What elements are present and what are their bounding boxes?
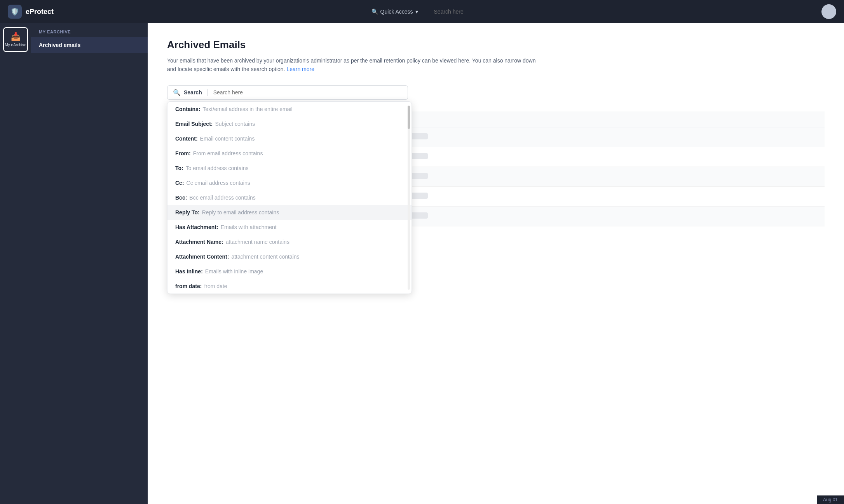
statusbar-text: Aug 01 <box>823 497 838 502</box>
dropdown-item-9[interactable]: Attachment Name: attachment name contain… <box>167 235 412 249</box>
dropdown-item-key: Attachment Name: <box>175 239 223 245</box>
search-area: 🔍 Search Contains: Text/email address in… <box>167 85 408 100</box>
dropdown-item-key: Bcc: <box>175 195 187 201</box>
dropdown-item-key: Cc: <box>175 180 184 186</box>
sidebar: 📥 My eArchive MY EARCHIVE Archived email… <box>0 23 148 504</box>
dropdown-item-hint: To email address contains <box>186 165 249 171</box>
chevron-down-icon: ▾ <box>415 9 418 15</box>
sidebar-inner: 📥 My eArchive MY EARCHIVE Archived email… <box>0 23 148 504</box>
search-bar-label: Search <box>184 89 202 96</box>
search-bar[interactable]: 🔍 Search <box>167 85 408 100</box>
dropdown-item-key: Email Subject: <box>175 121 213 127</box>
learn-more-link[interactable]: Learn more <box>286 66 314 72</box>
table-header-content <box>344 111 825 127</box>
app-logo-icon: 🛡️ <box>8 5 22 19</box>
dropdown-item-11[interactable]: Has Inline: Emails with inline image <box>167 264 412 279</box>
page-title: Archived Emails <box>167 39 825 51</box>
sidebar-section-title: MY EARCHIVE <box>31 23 148 37</box>
dropdown-item-key: Has Inline: <box>175 268 203 275</box>
search-icon: 🔍 <box>371 9 378 15</box>
inbox-icon: 📥 <box>11 32 21 41</box>
search-bar-divider <box>208 89 208 96</box>
row-content-cell <box>344 147 825 167</box>
row-content-cell <box>344 206 825 226</box>
quick-access-label: Quick Access <box>380 9 413 15</box>
page-description: Your emails that have been archived by y… <box>167 56 540 74</box>
dropdown-item-0[interactable]: Contains: Text/email address in the enti… <box>167 102 412 116</box>
dropdown-item-key: To: <box>175 165 183 171</box>
user-avatar[interactable] <box>821 4 836 19</box>
dropdown-item-1[interactable]: Email Subject: Subject contains <box>167 116 412 131</box>
topnav-divider <box>426 8 426 16</box>
row-content-cell <box>344 167 825 186</box>
app-branding: 🛡️ eProtect <box>8 5 54 19</box>
dropdown-item-2[interactable]: Content: Email content contains <box>167 131 412 146</box>
dropdown-items-container: Contains: Text/email address in the enti… <box>167 102 412 294</box>
sidebar-item-archived-emails[interactable]: Archived emails <box>31 37 148 53</box>
dropdown-item-hint: from date <box>204 283 227 289</box>
dropdown-item-hint: Cc email address contains <box>187 180 250 186</box>
scrollbar-thumb[interactable] <box>408 106 410 129</box>
dropdown-item-hint: attachment content contains <box>231 254 299 260</box>
dropdown-item-3[interactable]: From: From email address contains <box>167 146 412 161</box>
dropdown-item-hint: Reply to email address contains <box>202 209 279 216</box>
main-layout: 📥 My eArchive MY EARCHIVE Archived email… <box>0 23 844 504</box>
top-navigation: 🛡️ eProtect 🔍 Quick Access ▾ <box>0 0 844 23</box>
dropdown-item-key: Has Attachment: <box>175 224 218 230</box>
dropdown-item-8[interactable]: Has Attachment: Emails with attachment <box>167 220 412 235</box>
row-content-cell <box>344 186 825 206</box>
dropdown-item-5[interactable]: Cc: Cc email address contains <box>167 176 412 190</box>
dropdown-item-4[interactable]: To: To email address contains <box>167 161 412 176</box>
main-content: Archived Emails Your emails that have be… <box>148 23 844 504</box>
dropdown-item-key: Content: <box>175 136 198 142</box>
dropdown-item-hint: Email content contains <box>200 136 255 142</box>
topnav-center: 🔍 Quick Access ▾ <box>54 6 821 17</box>
sidebar-icon-col: 📥 My eArchive <box>0 23 31 504</box>
dropdown-item-key: Attachment Content: <box>175 254 229 260</box>
topnav-right <box>821 4 836 19</box>
dropdown-item-key: Reply To: <box>175 209 200 216</box>
archived-emails-label: Archived emails <box>39 42 80 48</box>
dropdown-item-hint: Bcc email address contains <box>189 195 255 201</box>
dropdown-item-hint: Subject contains <box>215 121 255 127</box>
sidebar-icon-myearchive[interactable]: 📥 My eArchive <box>3 27 28 52</box>
search-dropdown: Contains: Text/email address in the enti… <box>167 101 412 294</box>
dropdown-item-hint: Emails with inline image <box>205 268 263 275</box>
scrollbar-track[interactable] <box>408 106 410 290</box>
dropdown-item-10[interactable]: Attachment Content: attachment content c… <box>167 249 412 264</box>
dropdown-item-hint: From email address contains <box>193 150 263 156</box>
dropdown-item-7[interactable]: Reply To: Reply to email address contain… <box>167 205 412 220</box>
statusbar: Aug 01 <box>817 495 844 504</box>
dropdown-item-key: Contains: <box>175 106 201 112</box>
topnav-search-input[interactable] <box>430 6 508 17</box>
search-bar-icon: 🔍 <box>173 89 181 96</box>
dropdown-item-hint: Emails with attachment <box>221 224 277 230</box>
sidebar-nav: MY EARCHIVE Archived emails <box>31 23 148 504</box>
app-title: eProtect <box>26 8 54 16</box>
quick-access-button[interactable]: 🔍 Quick Access ▾ <box>368 6 422 17</box>
dropdown-item-hint: attachment name contains <box>226 239 289 245</box>
search-bar-input[interactable] <box>213 89 402 96</box>
dropdown-item-12[interactable]: from date: from date <box>167 279 412 294</box>
dropdown-item-key: From: <box>175 150 191 156</box>
dropdown-item-key: from date: <box>175 283 202 289</box>
sidebar-icon-label: My eArchive <box>5 43 26 47</box>
dropdown-item-hint: Text/email address in the entire email <box>203 106 293 112</box>
row-content-cell <box>344 127 825 147</box>
dropdown-item-6[interactable]: Bcc: Bcc email address contains <box>167 190 412 205</box>
